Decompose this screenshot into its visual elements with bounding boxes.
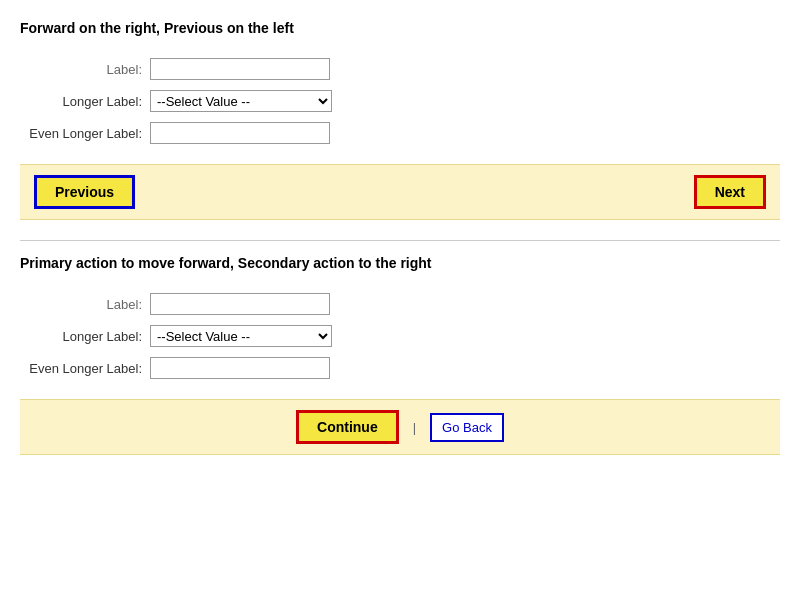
label2-input[interactable] [150,293,330,315]
continue-button[interactable]: Continue [296,410,399,444]
longer-label2-label: Longer Label: [20,329,150,344]
previous-button[interactable]: Previous [34,175,135,209]
longer-label-label: Longer Label: [20,94,150,109]
label-label: Label: [20,62,150,77]
longer-label2-select[interactable]: --Select Value -- [150,325,332,347]
label2-label: Label: [20,297,150,312]
even-longer-label-input[interactable] [150,122,330,144]
even-longer-label2-label: Even Longer Label: [20,361,150,376]
section-1-form: Label: Longer Label: --Select Value -- E… [20,48,780,164]
section-1: Forward on the right, Previous on the le… [20,20,780,220]
even-longer-label-label: Even Longer Label: [20,126,150,141]
form-row-longer-label: Longer Label: --Select Value -- [20,88,780,114]
label-input[interactable] [150,58,330,80]
form2-row-even-longer-label: Even Longer Label: [20,355,780,381]
longer-label-select[interactable]: --Select Value -- [150,90,332,112]
section-2-form: Label: Longer Label: --Select Value -- E… [20,283,780,399]
next-button[interactable]: Next [694,175,766,209]
section-2-title: Primary action to move forward, Secondar… [20,255,780,271]
section-1-title: Forward on the right, Previous on the le… [20,20,780,36]
form-row-label: Label: [20,56,780,82]
even-longer-label2-input[interactable] [150,357,330,379]
form2-row-label: Label: [20,291,780,317]
section-divider [20,240,780,241]
section-2-nav-bar: Continue | Go Back [20,399,780,455]
section-2: Primary action to move forward, Secondar… [20,255,780,455]
nav-separator: | [409,420,420,435]
form2-row-longer-label: Longer Label: --Select Value -- [20,323,780,349]
section-1-nav-bar: Previous Next [20,164,780,220]
form-row-even-longer-label: Even Longer Label: [20,120,780,146]
go-back-button[interactable]: Go Back [430,413,504,442]
